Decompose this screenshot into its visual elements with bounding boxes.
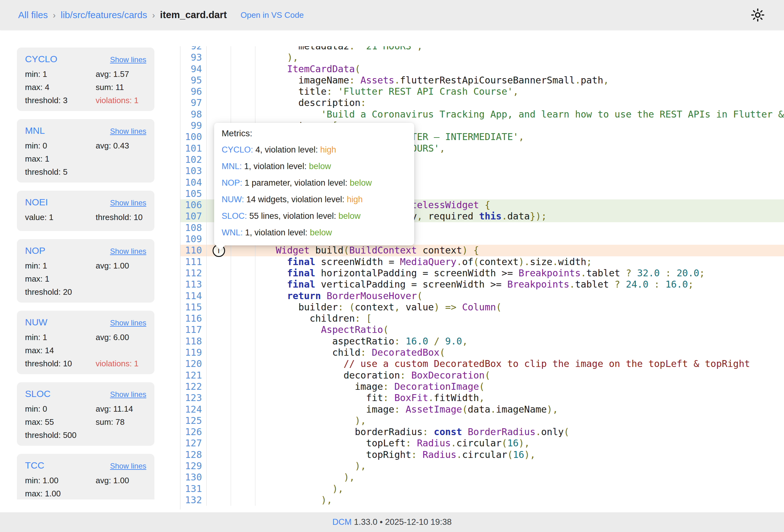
theme-toggle-button[interactable] [750,7,766,23]
metric-card-sloc: SLOCShow linesmin: 0avg: 11.14max: 55sum… [17,382,155,446]
metric-stat: threshold: 10 [96,213,146,222]
metric-title-link[interactable]: TCC [25,460,45,471]
code-line: 127 topLeft: Radius.circular(16), [180,438,784,449]
gutter-column [231,97,255,109]
code-line: 113 final verticalPadding = screenWidth … [180,279,784,290]
metric-title-link[interactable]: MNL [25,125,45,136]
code-text: Widget build(BuildContext context) { [255,245,784,256]
gutter-column [207,290,231,302]
metric-stat [96,274,146,283]
metric-stats-grid: value: 1threshold: 10 [25,213,146,222]
tooltip-violation-level: below [309,162,331,171]
code-line: 115 builder: (context, value) => Column( [180,302,784,313]
show-lines-link[interactable]: Show lines [110,198,146,207]
metric-stat: avg: 6.00 [96,333,146,342]
metric-stat: max: 1 [25,154,96,164]
gutter-column [207,268,231,279]
code-line: 111 final screenWidth = MediaQuery.of(co… [180,256,784,268]
code-line: 129 ), [180,460,784,472]
show-lines-link[interactable]: Show lines [110,127,146,136]
metric-card-header: CYCLOShow lines [25,54,146,65]
gutter-column [207,392,231,403]
show-lines-link[interactable]: Show lines [110,462,146,470]
tooltip-metric-row: MNL: 1, violation level: below [222,161,405,172]
metric-title-link[interactable]: NOP [25,245,45,256]
code-text: topRight: Radius.circular(16), [255,449,784,460]
tooltip-metric-row: NUW: 14 widgets, violation level: high [222,194,405,205]
show-lines-link[interactable]: Show lines [110,318,146,327]
metric-stat: max: 1 [25,274,96,283]
breadcrumb: All files›lib/src/features/cards›item_ca… [18,9,227,21]
code-text: ), [255,495,784,506]
code-text: final screenWidth = MediaQuery.of(contex… [255,256,784,268]
metrics-sidebar[interactable]: CYCLOShow linesmin: 1avg: 1.57max: 4sum:… [17,48,155,500]
metrics-tooltip: Metrics: CYCLO: 4, violation level: high… [214,123,414,245]
metric-stats-grid: min: 1avg: 1.57max: 4sum: 11threshold: 3… [25,69,146,105]
code-line: 124 image: AssetImage(data.imageName), [180,404,784,415]
line-number: 119 [180,347,207,358]
tooltip-metric-row: SLOC: 55 lines, violation level: below [222,211,405,221]
code-line: 92 metadata2: '21 HOURS', [180,46,784,52]
code-text: fit: BoxFit.fitWidth, [255,392,784,403]
gutter-column [207,75,231,86]
gutter-column [231,483,255,495]
line-number: 128 [180,449,207,460]
code-text: topLeft: Radius.circular(16), [255,438,784,449]
metric-card-header: NOPShow lines [25,245,146,257]
metric-stat: threshold: 3 [25,96,96,105]
metric-title-link[interactable]: NOEI [25,197,48,207]
show-lines-link[interactable]: Show lines [110,55,146,64]
code-text: children: [ [255,313,784,324]
code-line: 96 title: 'Flutter REST API Crash Course… [180,86,784,97]
metric-stat [96,489,146,498]
metric-title-link[interactable]: NUW [25,317,48,328]
code-text: image: DecorationImage( [255,381,784,392]
line-number: 131 [180,483,207,495]
code-line: 116 children: [ [180,313,784,324]
line-number: 122 [180,381,207,392]
breadcrumb-link[interactable]: All files [18,10,48,20]
tooltip-metric-value: 4, violation level: [253,145,320,155]
line-number: 101 [180,143,207,154]
gutter-column [207,109,231,120]
code-text: ), [255,52,784,63]
metric-stat: avg: 1.00 [96,261,146,270]
code-line: 95 imageName: Assets.flutterRestApiCours… [180,75,784,86]
tooltip-violation-level: high [320,145,336,155]
code-line: 112 final horizontalPadding = screenWidt… [180,268,784,279]
gutter-column [207,86,231,97]
line-number: 124 [180,404,207,415]
line-number: 126 [180,426,207,438]
dcm-link[interactable]: DCM [332,517,352,527]
metric-stat: avg: 0.43 [96,141,146,150]
gutter-column [207,449,231,460]
metric-title-link[interactable]: SLOC [25,389,51,399]
show-lines-link[interactable]: Show lines [110,247,146,256]
gutter-column [231,75,255,86]
gutter-column [207,313,231,324]
line-number: 108 [180,222,207,233]
code-line: 132 ), [180,495,784,506]
gutter-column [231,336,255,347]
code-viewer[interactable]: 92 metadata2: '21 HOURS',93 ),94 ItemCar… [180,46,784,509]
metric-stat: threshold: 20 [25,287,96,297]
metric-stat: violations: 1 [96,96,146,105]
line-number: 125 [180,415,207,426]
gutter-column [207,256,231,268]
gutter-column [231,86,255,97]
gutter-column [231,495,255,506]
code-text: child: DecoratedBox( [255,347,784,358]
metric-title-link[interactable]: CYCLO [25,54,57,64]
line-number: 92 [180,46,207,52]
gutter-column [231,438,255,449]
metric-stat [96,430,146,440]
show-lines-link[interactable]: Show lines [110,390,146,399]
gutter-column [231,347,255,358]
code-text: final verticalPadding = screenWidth >= B… [255,279,784,290]
line-number: 104 [180,177,207,188]
metric-stat: min: 0 [25,404,96,414]
breadcrumb-link[interactable]: lib/src/features/cards [61,10,147,20]
line-number: 113 [180,279,207,290]
open-in-vscode-link[interactable]: Open in VS Code [241,10,304,20]
line-number: 109 [180,233,207,245]
